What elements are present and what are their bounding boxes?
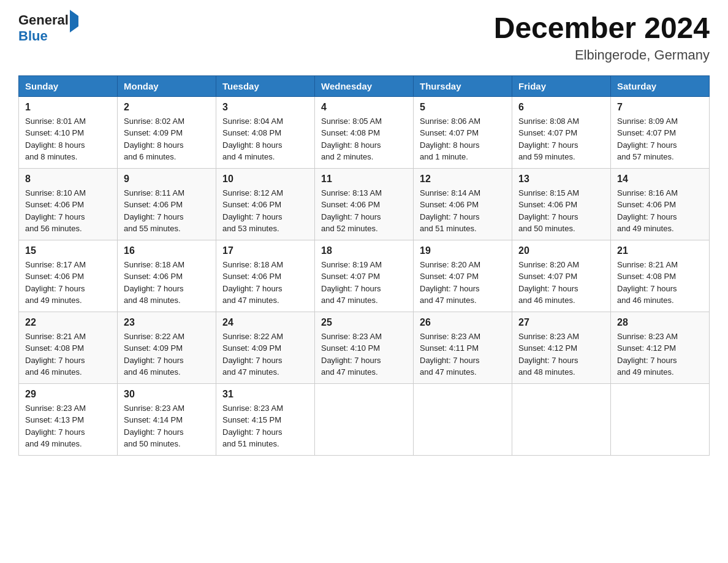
table-row: 12 Sunrise: 8:14 AMSunset: 4:06 PMDaylig…	[414, 168, 512, 240]
header-tuesday: Tuesday	[216, 75, 315, 96]
day-info: Sunrise: 8:23 AMSunset: 4:15 PMDaylight:…	[222, 402, 308, 450]
day-number: 27	[518, 317, 604, 328]
table-row: 13 Sunrise: 8:15 AMSunset: 4:06 PMDaylig…	[512, 168, 611, 240]
day-number: 11	[321, 174, 407, 185]
header-thursday: Thursday	[414, 75, 512, 96]
calendar-week-row: 29 Sunrise: 8:23 AMSunset: 4:13 PMDaylig…	[19, 383, 710, 455]
calendar-week-row: 8 Sunrise: 8:10 AMSunset: 4:06 PMDayligh…	[19, 168, 710, 240]
day-number: 17	[222, 245, 308, 256]
day-info: Sunrise: 8:23 AMSunset: 4:13 PMDaylight:…	[25, 402, 111, 450]
day-info: Sunrise: 8:04 AMSunset: 4:08 PMDaylight:…	[222, 115, 308, 163]
header-monday: Monday	[118, 75, 216, 96]
day-number: 25	[321, 317, 407, 328]
day-number: 6	[518, 102, 604, 113]
calendar-week-row: 1 Sunrise: 8:01 AMSunset: 4:10 PMDayligh…	[19, 96, 710, 168]
day-info: Sunrise: 8:12 AMSunset: 4:06 PMDaylight:…	[222, 187, 308, 235]
table-row: 30 Sunrise: 8:23 AMSunset: 4:14 PMDaylig…	[118, 383, 216, 455]
location-subtitle: Elbingerode, Germany	[494, 47, 710, 63]
logo-blue: Blue	[18, 28, 48, 44]
table-row: 27 Sunrise: 8:23 AMSunset: 4:12 PMDaylig…	[512, 312, 611, 383]
day-info: Sunrise: 8:20 AMSunset: 4:07 PMDaylight:…	[518, 259, 604, 307]
table-row: 23 Sunrise: 8:22 AMSunset: 4:09 PMDaylig…	[118, 312, 216, 383]
day-number: 29	[25, 389, 111, 400]
day-info: Sunrise: 8:19 AMSunset: 4:07 PMDaylight:…	[321, 259, 407, 307]
day-number: 19	[420, 245, 506, 256]
day-info: Sunrise: 8:05 AMSunset: 4:08 PMDaylight:…	[321, 115, 407, 163]
table-row: 22 Sunrise: 8:21 AMSunset: 4:08 PMDaylig…	[19, 312, 118, 383]
table-row: 14 Sunrise: 8:16 AMSunset: 4:06 PMDaylig…	[611, 168, 710, 240]
table-row: 18 Sunrise: 8:19 AMSunset: 4:07 PMDaylig…	[315, 240, 414, 312]
table-row: 16 Sunrise: 8:18 AMSunset: 4:06 PMDaylig…	[118, 240, 216, 312]
table-row: 7 Sunrise: 8:09 AMSunset: 4:07 PMDayligh…	[611, 96, 710, 168]
day-info: Sunrise: 8:21 AMSunset: 4:08 PMDaylight:…	[617, 259, 703, 307]
header-sunday: Sunday	[19, 75, 118, 96]
day-number: 21	[617, 245, 703, 256]
day-number: 12	[420, 174, 506, 185]
table-row: 21 Sunrise: 8:21 AMSunset: 4:08 PMDaylig…	[611, 240, 710, 312]
table-row: 10 Sunrise: 8:12 AMSunset: 4:06 PMDaylig…	[216, 168, 315, 240]
logo-text: General Blue	[18, 12, 78, 44]
table-row: 3 Sunrise: 8:04 AMSunset: 4:08 PMDayligh…	[216, 96, 315, 168]
table-row: 29 Sunrise: 8:23 AMSunset: 4:13 PMDaylig…	[19, 383, 118, 455]
day-number: 3	[222, 102, 308, 113]
day-info: Sunrise: 8:01 AMSunset: 4:10 PMDaylight:…	[25, 115, 111, 163]
day-number: 24	[222, 317, 308, 328]
table-row: 1 Sunrise: 8:01 AMSunset: 4:10 PMDayligh…	[19, 96, 118, 168]
day-number: 9	[124, 174, 210, 185]
table-row: 24 Sunrise: 8:22 AMSunset: 4:09 PMDaylig…	[216, 312, 315, 383]
table-row: 25 Sunrise: 8:23 AMSunset: 4:10 PMDaylig…	[315, 312, 414, 383]
day-info: Sunrise: 8:02 AMSunset: 4:09 PMDaylight:…	[124, 115, 210, 163]
calendar-week-row: 22 Sunrise: 8:21 AMSunset: 4:08 PMDaylig…	[19, 312, 710, 383]
table-row: 4 Sunrise: 8:05 AMSunset: 4:08 PMDayligh…	[315, 96, 414, 168]
table-row: 8 Sunrise: 8:10 AMSunset: 4:06 PMDayligh…	[19, 168, 118, 240]
day-number: 16	[124, 245, 210, 256]
table-row	[512, 383, 611, 455]
day-info: Sunrise: 8:23 AMSunset: 4:11 PMDaylight:…	[420, 331, 506, 378]
calendar-table: Sunday Monday Tuesday Wednesday Thursday…	[18, 75, 710, 456]
day-info: Sunrise: 8:23 AMSunset: 4:14 PMDaylight:…	[124, 402, 210, 450]
day-info: Sunrise: 8:23 AMSunset: 4:12 PMDaylight:…	[617, 331, 703, 378]
logo-triangle-icon	[70, 10, 78, 33]
table-row: 9 Sunrise: 8:11 AMSunset: 4:06 PMDayligh…	[118, 168, 216, 240]
table-row: 31 Sunrise: 8:23 AMSunset: 4:15 PMDaylig…	[216, 383, 315, 455]
table-row	[611, 383, 710, 455]
day-info: Sunrise: 8:22 AMSunset: 4:09 PMDaylight:…	[222, 331, 308, 378]
day-number: 15	[25, 245, 111, 256]
table-row: 20 Sunrise: 8:20 AMSunset: 4:07 PMDaylig…	[512, 240, 611, 312]
calendar-week-row: 15 Sunrise: 8:17 AMSunset: 4:06 PMDaylig…	[19, 240, 710, 312]
day-info: Sunrise: 8:14 AMSunset: 4:06 PMDaylight:…	[420, 187, 506, 235]
table-row: 11 Sunrise: 8:13 AMSunset: 4:06 PMDaylig…	[315, 168, 414, 240]
day-number: 26	[420, 317, 506, 328]
logo: General Blue	[18, 12, 78, 44]
day-info: Sunrise: 8:08 AMSunset: 4:07 PMDaylight:…	[518, 115, 604, 163]
day-info: Sunrise: 8:23 AMSunset: 4:10 PMDaylight:…	[321, 331, 407, 378]
day-info: Sunrise: 8:15 AMSunset: 4:06 PMDaylight:…	[518, 187, 604, 235]
calendar-header-row: Sunday Monday Tuesday Wednesday Thursday…	[19, 75, 710, 96]
day-number: 14	[617, 174, 703, 185]
day-info: Sunrise: 8:10 AMSunset: 4:06 PMDaylight:…	[25, 187, 111, 235]
day-info: Sunrise: 8:16 AMSunset: 4:06 PMDaylight:…	[617, 187, 703, 235]
day-info: Sunrise: 8:21 AMSunset: 4:08 PMDaylight:…	[25, 331, 111, 378]
day-info: Sunrise: 8:22 AMSunset: 4:09 PMDaylight:…	[124, 331, 210, 378]
day-number: 7	[617, 102, 703, 113]
day-number: 8	[25, 174, 111, 185]
table-row: 6 Sunrise: 8:08 AMSunset: 4:07 PMDayligh…	[512, 96, 611, 168]
title-block: December 2024 Elbingerode, Germany	[494, 12, 710, 63]
table-row	[315, 383, 414, 455]
day-number: 20	[518, 245, 604, 256]
table-row: 15 Sunrise: 8:17 AMSunset: 4:06 PMDaylig…	[19, 240, 118, 312]
day-number: 4	[321, 102, 407, 113]
day-info: Sunrise: 8:13 AMSunset: 4:06 PMDaylight:…	[321, 187, 407, 235]
day-number: 22	[25, 317, 111, 328]
table-row	[414, 383, 512, 455]
table-row: 17 Sunrise: 8:18 AMSunset: 4:06 PMDaylig…	[216, 240, 315, 312]
logo-general: General	[18, 12, 69, 28]
table-row: 26 Sunrise: 8:23 AMSunset: 4:11 PMDaylig…	[414, 312, 512, 383]
table-row: 28 Sunrise: 8:23 AMSunset: 4:12 PMDaylig…	[611, 312, 710, 383]
day-info: Sunrise: 8:18 AMSunset: 4:06 PMDaylight:…	[124, 259, 210, 307]
table-row: 19 Sunrise: 8:20 AMSunset: 4:07 PMDaylig…	[414, 240, 512, 312]
day-info: Sunrise: 8:17 AMSunset: 4:06 PMDaylight:…	[25, 259, 111, 307]
day-number: 10	[222, 174, 308, 185]
day-info: Sunrise: 8:20 AMSunset: 4:07 PMDaylight:…	[420, 259, 506, 307]
day-number: 18	[321, 245, 407, 256]
